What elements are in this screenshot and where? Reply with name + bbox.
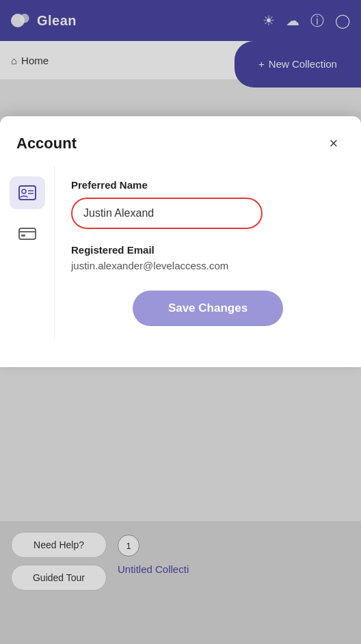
preferred-name-input[interactable]	[71, 198, 263, 229]
profile-icon	[18, 185, 36, 200]
account-modal: Account ×	[0, 116, 361, 367]
registered-email-value: justin.alexander@levelaccess.com	[71, 260, 345, 271]
card-icon	[18, 227, 36, 241]
modal-sidebar	[0, 165, 55, 340]
registered-email-label: Registered Email	[71, 244, 345, 256]
profile-tab[interactable]	[10, 176, 45, 209]
modal-header: Account ×	[0, 116, 361, 165]
svg-rect-6	[19, 228, 36, 239]
modal-title: Account	[16, 135, 77, 152]
svg-rect-8	[21, 234, 25, 237]
svg-point-3	[22, 189, 26, 193]
modal-close-button[interactable]: ×	[323, 133, 345, 155]
modal-content: Preferred Name Registered Email justin.a…	[55, 165, 361, 340]
billing-tab[interactable]	[10, 217, 45, 250]
preferred-name-label: Preferred Name	[71, 179, 345, 191]
save-changes-button[interactable]: Save Changes	[133, 291, 283, 326]
modal-body: Preferred Name Registered Email justin.a…	[0, 165, 361, 340]
